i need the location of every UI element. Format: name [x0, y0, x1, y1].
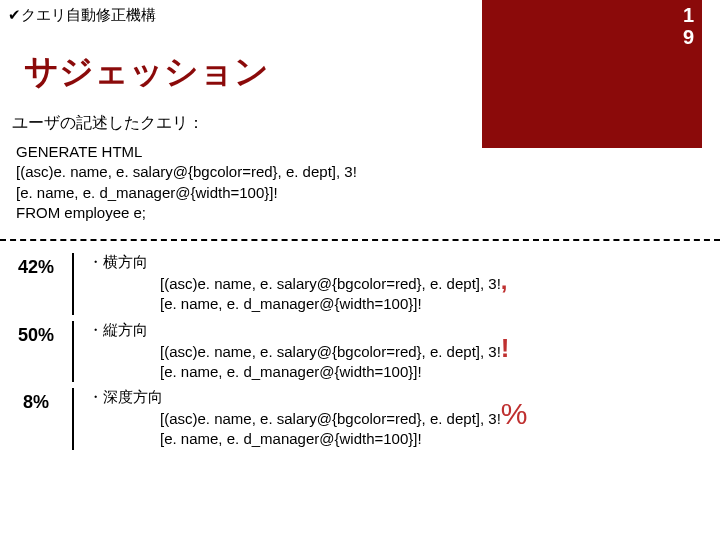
- body-line-2: [e. name, e. d_manager@{width=100}]!: [160, 363, 422, 380]
- query-line-4: FROM employee e;: [16, 203, 720, 223]
- percent-label: 42%: [0, 253, 72, 278]
- direction-block: ・縦方向 [(asc)e. name, e. salary@{bgcolor=r…: [88, 321, 720, 383]
- vertical-divider: [72, 321, 74, 383]
- body-line-2: [e. name, e. d_manager@{width=100}]!: [160, 430, 422, 447]
- query-line-2: [(asc)e. name, e. salary@{bgcolor=red}, …: [16, 162, 720, 182]
- accent-mark: %: [501, 397, 528, 430]
- vertical-divider: [72, 388, 74, 450]
- direction-block: ・横方向 [(asc)e. name, e. salary@{bgcolor=r…: [88, 253, 720, 315]
- percent-label: 8%: [0, 388, 72, 413]
- body-line-1: [(asc)e. name, e. salary@{bgcolor=red}, …: [160, 410, 501, 427]
- body-line-1: [(asc)e. name, e. salary@{bgcolor=red}, …: [160, 343, 501, 360]
- direction-block: ・深度方向 [(asc)e. name, e. salary@{bgcolor=…: [88, 388, 720, 450]
- slide-num-1: 1: [683, 4, 694, 26]
- body-line-2: [e. name, e. d_manager@{width=100}]!: [160, 295, 422, 312]
- slide-number: 1 9: [683, 4, 694, 48]
- suggestion-row: 50% ・縦方向 [(asc)e. name, e. salary@{bgcol…: [0, 317, 720, 385]
- direction-body: [(asc)e. name, e. salary@{bgcolor=red}, …: [88, 274, 720, 315]
- accent-mark: ,: [501, 267, 508, 294]
- direction-label: ・縦方向: [88, 321, 720, 342]
- direction-body: [(asc)e. name, e. salary@{bgcolor=red}, …: [88, 342, 720, 383]
- original-query: GENERATE HTML [(asc)e. name, e. salary@{…: [0, 140, 720, 233]
- direction-label: ・横方向: [88, 253, 720, 274]
- direction-label: ・深度方向: [88, 388, 720, 409]
- slide-num-2: 9: [683, 26, 694, 48]
- body-line-1: [(asc)e. name, e. salary@{bgcolor=red}, …: [160, 275, 501, 292]
- header-check-label: ✔クエリ自動修正機構: [0, 0, 156, 25]
- accent-box: 1 9: [482, 0, 702, 148]
- percent-label: 50%: [0, 321, 72, 346]
- divider: [0, 239, 720, 241]
- suggestion-row: 42% ・横方向 [(asc)e. name, e. salary@{bgcol…: [0, 249, 720, 317]
- query-line-3: [e. name, e. d_manager@{width=100}]!: [16, 183, 720, 203]
- suggestion-row: 8% ・深度方向 [(asc)e. name, e. salary@{bgcol…: [0, 384, 720, 452]
- vertical-divider: [72, 253, 74, 315]
- accent-mark: !: [501, 333, 510, 363]
- direction-body: [(asc)e. name, e. salary@{bgcolor=red}, …: [88, 409, 720, 450]
